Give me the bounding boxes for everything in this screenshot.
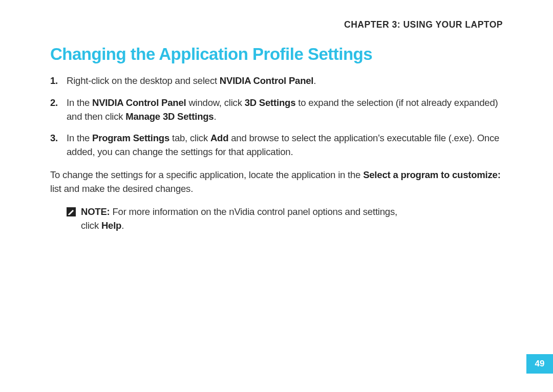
body-bold-select-program: Select a program to customize:: [363, 169, 500, 180]
body-text-a: To change the settings for a specific ap…: [50, 169, 363, 180]
body-paragraph: To change the settings for a specific ap…: [50, 168, 503, 196]
step-2-bold-3d-settings: 3D Settings: [245, 97, 296, 108]
step-2-text-a: In the: [67, 97, 92, 108]
step-2-bold-nvidia-control-panel: NVIDIA Control Panel: [92, 97, 186, 108]
step-2-bold-manage-3d-settings: Manage 3D Settings: [125, 111, 214, 122]
note-text: NOTE: For more information on the nVidia…: [81, 205, 397, 233]
step-1: Right-click on the desktop and select NV…: [50, 74, 503, 88]
step-1-text-a: Right-click on the desktop and select: [67, 75, 220, 86]
note-line1-rest: For more information on the nVidia contr…: [110, 206, 397, 217]
step-3-text-c: tab, click: [169, 133, 210, 143]
step-3-bold-program-settings: Program Settings: [92, 133, 169, 143]
step-3-text-a: In the: [67, 133, 92, 143]
note-block: NOTE: For more information on the nVidia…: [50, 205, 503, 233]
section-heading: Changing the Application Profile Setting…: [50, 45, 503, 64]
step-3: In the Program Settings tab, click Add a…: [50, 132, 503, 159]
step-2-text-g: .: [214, 111, 216, 122]
step-1-bold-nvidia-control-panel: NVIDIA Control Panel: [220, 75, 313, 86]
step-1-text-c: .: [313, 75, 316, 86]
page-number: 49: [526, 354, 553, 374]
steps-list: Right-click on the desktop and select NV…: [50, 74, 503, 159]
note-line2-c: .: [121, 220, 124, 231]
note-icon: [67, 207, 76, 216]
chapter-header: CHAPTER 3: USING YOUR LAPTOP: [50, 19, 503, 30]
note-bold-help: Help: [101, 220, 121, 231]
note-line2-a: click: [81, 220, 101, 231]
body-text-c: list and make the desired changes.: [50, 183, 193, 194]
step-2-text-c: window, click: [186, 97, 244, 108]
note-label: NOTE:: [81, 206, 110, 217]
step-2: In the NVIDIA Control Panel window, clic…: [50, 96, 503, 124]
document-page: CHAPTER 3: USING YOUR LAPTOP Changing th…: [0, 0, 553, 262]
step-3-bold-add: Add: [210, 133, 228, 143]
